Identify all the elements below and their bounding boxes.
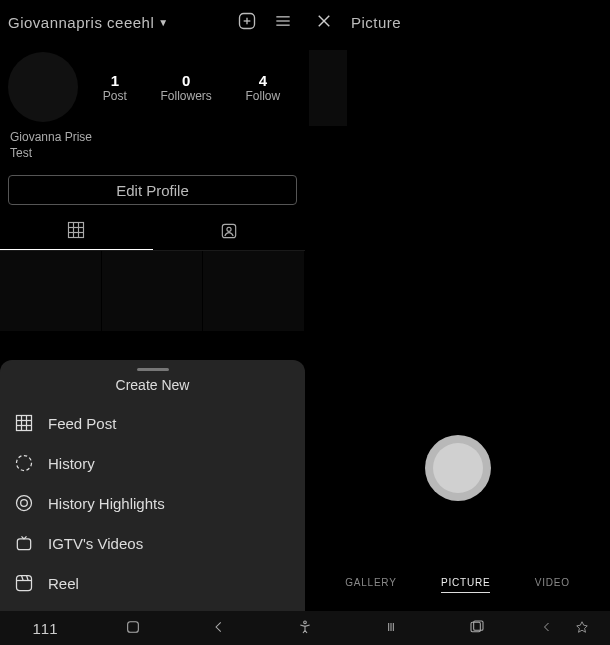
- sheet-item-igtv[interactable]: IGTV's Videos: [0, 523, 305, 563]
- svg-point-19: [17, 496, 32, 511]
- add-post-icon[interactable]: [237, 11, 257, 34]
- stat-posts-label: Post: [103, 89, 127, 103]
- camera-mode-tabs: GALLERY PICTURE VIDEO: [305, 567, 610, 603]
- menu-icon[interactable]: [273, 11, 293, 34]
- stat-following[interactable]: 4 Follow: [245, 72, 280, 103]
- camera-pane: Picture GALLERY PICTURE VIDEO: [305, 0, 610, 611]
- svg-point-12: [227, 227, 231, 231]
- bio-text: Test: [10, 146, 295, 162]
- nav-star-icon[interactable]: [575, 620, 589, 637]
- sheet-item-label: Reel: [48, 575, 79, 592]
- stat-following-count: 4: [245, 72, 280, 89]
- stat-followers-count: 0: [160, 72, 211, 89]
- username-text: Giovannapris ceeehl: [8, 14, 154, 31]
- system-nav-bar: 111: [0, 611, 610, 645]
- sheet-item-label: History: [48, 455, 95, 472]
- svg-point-20: [21, 500, 28, 507]
- nav-recent-icon[interactable]: [125, 619, 141, 638]
- profile-stats-row: 1 Post 0 Followers 4 Follow: [0, 44, 305, 126]
- create-new-sheet: Create New Feed Post History History Hig…: [0, 360, 305, 611]
- nav-accessibility-icon[interactable]: [297, 619, 313, 638]
- nav-counter: 111: [0, 620, 90, 637]
- camera-tab-gallery[interactable]: GALLERY: [345, 577, 397, 593]
- nav-back-icon[interactable]: [212, 620, 226, 637]
- nav-overview-icon[interactable]: [469, 619, 485, 638]
- shutter-inner-circle: [433, 443, 483, 493]
- svg-marker-35: [577, 621, 588, 632]
- nav-back2-icon[interactable]: [541, 620, 553, 637]
- edit-profile-label: Edit Profile: [116, 182, 189, 199]
- sheet-item-feed-post[interactable]: Feed Post: [0, 403, 305, 443]
- tab-grid[interactable]: [0, 211, 153, 250]
- bio-section: Giovanna Prise Test: [0, 126, 305, 169]
- sheet-handle[interactable]: [137, 368, 169, 371]
- svg-line-25: [27, 576, 29, 581]
- sheet-item-label: History Highlights: [48, 495, 165, 512]
- stat-following-label: Follow: [245, 89, 280, 103]
- edit-profile-button[interactable]: Edit Profile: [8, 175, 297, 205]
- tab-tagged[interactable]: [153, 211, 306, 250]
- nav-pause-icon[interactable]: [384, 620, 398, 637]
- svg-rect-22: [17, 576, 32, 591]
- profile-header: Giovannapris ceeehl ▼: [0, 0, 305, 44]
- svg-rect-21: [17, 539, 30, 550]
- profile-tabs: [0, 211, 305, 251]
- camera-title: Picture: [351, 14, 401, 31]
- stat-posts[interactable]: 1 Post: [103, 72, 127, 103]
- stat-posts-count: 1: [103, 72, 127, 89]
- chevron-down-icon: ▼: [158, 17, 168, 28]
- gallery-thumb[interactable]: [309, 50, 347, 126]
- sheet-item-label: IGTV's Videos: [48, 535, 143, 552]
- svg-rect-6: [69, 223, 84, 238]
- camera-header: Picture: [305, 0, 610, 44]
- avatar[interactable]: [8, 52, 78, 122]
- camera-tab-video[interactable]: VIDEO: [535, 577, 570, 593]
- post-thumb[interactable]: [0, 251, 102, 331]
- profile-pane: Giovannapris ceeehl ▼ 1 Post 0: [0, 0, 305, 611]
- sheet-item-reel[interactable]: Reel: [0, 563, 305, 603]
- username-dropdown[interactable]: Giovannapris ceeehl ▼: [8, 14, 237, 31]
- posts-grid: [0, 251, 305, 331]
- shutter-button[interactable]: [425, 435, 491, 501]
- svg-line-24: [22, 576, 24, 581]
- svg-rect-28: [128, 621, 139, 632]
- stat-followers-label: Followers: [160, 89, 211, 103]
- bio-name: Giovanna Prise: [10, 130, 295, 146]
- stat-followers[interactable]: 0 Followers: [160, 72, 211, 103]
- svg-point-18: [17, 456, 32, 471]
- close-icon[interactable]: [315, 12, 333, 33]
- shutter-outer-ring: [425, 435, 491, 501]
- camera-tab-picture[interactable]: PICTURE: [441, 577, 491, 593]
- post-thumb: [203, 251, 305, 331]
- post-thumb: [102, 251, 204, 331]
- sheet-item-highlights[interactable]: History Highlights: [0, 483, 305, 523]
- svg-rect-13: [17, 416, 32, 431]
- sheet-item-history[interactable]: History: [0, 443, 305, 483]
- sheet-title: Create New: [0, 377, 305, 403]
- sheet-item-label: Feed Post: [48, 415, 116, 432]
- svg-point-29: [304, 621, 307, 624]
